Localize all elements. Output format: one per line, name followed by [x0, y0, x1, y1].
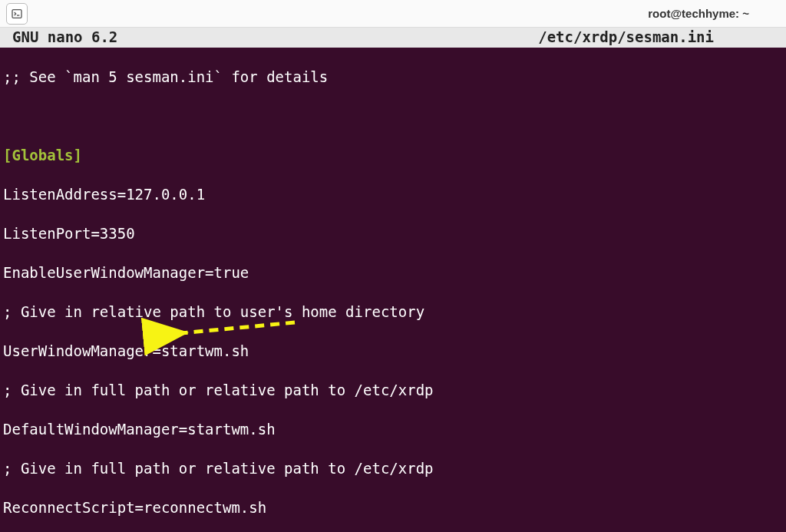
svg-rect-0: [12, 9, 21, 18]
terminal-editor-area[interactable]: GNU nano 6.2 /etc/xrdp/sesman.ini ;; See…: [0, 28, 786, 532]
config-line: UserWindowManager=startwm.sh: [3, 342, 786, 362]
config-line: DefaultWindowManager=startwm.sh: [3, 420, 786, 440]
config-line: ; Give in full path or relative path to …: [3, 459, 786, 479]
config-line: ;; See `man 5 sesman.ini` for details: [3, 68, 786, 88]
config-line: ListenPort=3350: [3, 224, 786, 244]
window-titlebar: root@techhyme: ~: [0, 0, 786, 28]
config-line: ReconnectScript=reconnectwm.sh: [3, 498, 786, 518]
config-line: ListenAddress=127.0.0.1: [3, 185, 786, 205]
file-content: ;; See `man 5 sesman.ini` for details [G…: [0, 48, 786, 532]
nano-header-bar: GNU nano 6.2 /etc/xrdp/sesman.ini: [0, 28, 786, 48]
config-line: ; Give in relative path to user's home d…: [3, 302, 786, 322]
nano-app-name: GNU nano 6.2: [3, 28, 117, 48]
section-header-globals: [Globals]: [3, 146, 786, 166]
terminal-icon[interactable]: [6, 3, 28, 25]
empty-line: [3, 107, 786, 127]
config-line: EnableUserWindowManager=true: [3, 263, 786, 283]
window-title: root@techhyme: ~: [28, 7, 780, 20]
config-line: ; Give in full path or relative path to …: [3, 381, 786, 401]
nano-file-path: /etc/xrdp/sesman.ini: [538, 28, 783, 48]
